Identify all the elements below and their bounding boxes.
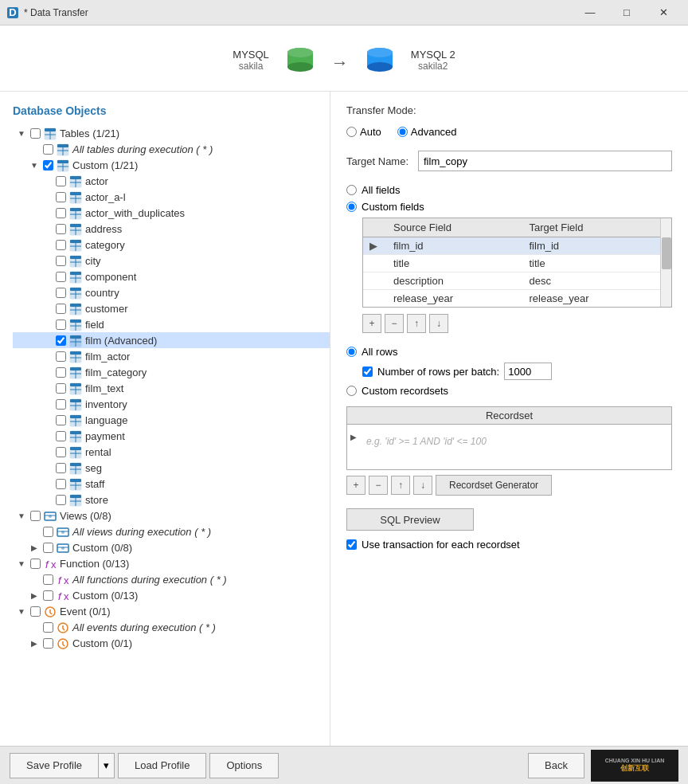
move-up-recordset-button[interactable]: ↑ [391, 476, 410, 495]
all-fields-radio[interactable] [346, 185, 357, 195]
tree-checkbox[interactable] [43, 543, 53, 553]
rows-per-batch-input[interactable] [504, 363, 552, 380]
tree-toggle[interactable] [29, 574, 40, 585]
move-down-recordset-button[interactable]: ↓ [413, 476, 432, 495]
tree-checkbox[interactable] [43, 638, 53, 649]
tree-item[interactable]: film_actor [13, 348, 330, 364]
add-field-button[interactable]: + [362, 314, 381, 333]
tree-checkbox[interactable] [56, 272, 66, 282]
tree-toggle[interactable] [41, 398, 53, 410]
tree-toggle[interactable] [41, 319, 53, 330]
load-profile-button[interactable]: Load Profile [118, 753, 206, 778]
tree-item[interactable]: country [13, 284, 330, 300]
tree-toggle[interactable] [41, 478, 53, 489]
tree-checkbox[interactable] [56, 351, 66, 362]
tree-item[interactable]: film_category [13, 364, 330, 380]
tree-toggle[interactable] [41, 430, 53, 441]
tree-item[interactable]: seg [13, 460, 330, 476]
tree-item[interactable]: rental [13, 444, 330, 460]
tree-toggle[interactable] [41, 494, 53, 505]
save-profile-button[interactable]: Save Profile [10, 753, 99, 778]
tree-checkbox[interactable] [56, 319, 66, 330]
tree-item[interactable]: actor [13, 173, 330, 189]
tree-item[interactable]: field [13, 316, 330, 332]
tree-item[interactable]: All views during execution ( * ) [13, 523, 330, 539]
remove-field-button[interactable]: − [385, 314, 404, 333]
table-row[interactable]: release_yearrelease_year [363, 290, 671, 308]
tree-item[interactable]: All events during execution ( * ) [13, 619, 330, 635]
tree-item[interactable]: staff [13, 476, 330, 492]
tree-checkbox[interactable] [56, 431, 66, 441]
all-rows-option[interactable]: All rows [346, 346, 672, 358]
minimize-button[interactable]: — [572, 0, 608, 25]
tree-toggle[interactable] [41, 335, 53, 346]
tree-item[interactable]: ▼ Event (0/1) [13, 603, 330, 619]
tree-checkbox[interactable] [30, 606, 41, 617]
tree-checkbox[interactable] [43, 590, 53, 601]
custom-fields-radio[interactable] [346, 202, 357, 212]
rows-per-batch-checkbox[interactable] [362, 367, 373, 377]
remove-recordset-button[interactable]: − [369, 476, 388, 495]
tree-checkbox[interactable] [56, 288, 66, 298]
custom-fields-option[interactable]: Custom fields [346, 201, 672, 213]
tree-checkbox[interactable] [56, 383, 66, 394]
table-row[interactable]: descriptiondesc [363, 272, 671, 290]
move-up-field-button[interactable]: ↑ [407, 314, 426, 333]
tree-checkbox[interactable] [43, 160, 53, 171]
tree-item[interactable]: payment [13, 428, 330, 444]
tree-checkbox[interactable] [56, 335, 66, 346]
tree-item[interactable]: ▶ f x Custom (0/13) [13, 587, 330, 603]
tree-item[interactable]: ▼ Tables (1/21) [13, 125, 330, 141]
tree-item[interactable]: category [13, 237, 330, 253]
radio-advanced-input[interactable] [397, 127, 408, 137]
all-rows-radio[interactable] [346, 347, 357, 357]
tree-toggle[interactable] [29, 143, 40, 155]
tree-checkbox[interactable] [30, 128, 41, 139]
tree-item[interactable]: store [13, 492, 330, 508]
tree-item[interactable]: All tables during execution ( * ) [13, 141, 330, 157]
tree-checkbox[interactable] [43, 527, 53, 537]
tree-checkbox[interactable] [56, 224, 66, 234]
tree-toggle[interactable] [29, 621, 40, 633]
tree-toggle[interactable] [41, 191, 53, 202]
custom-recordsets-radio[interactable] [346, 386, 357, 396]
tree-toggle[interactable] [41, 223, 53, 234]
tree-toggle[interactable] [41, 175, 53, 186]
add-recordset-button[interactable]: + [346, 476, 366, 495]
tree-checkbox[interactable] [56, 192, 66, 202]
radio-auto-input[interactable] [346, 127, 357, 137]
tree-toggle[interactable]: ▼ [29, 159, 40, 171]
tree-checkbox[interactable] [43, 144, 53, 155]
tree-toggle[interactable] [41, 207, 53, 218]
tree-checkbox[interactable] [30, 559, 41, 569]
tree-toggle[interactable] [41, 239, 53, 250]
tree-toggle[interactable] [41, 287, 53, 298]
tree-item[interactable]: f x All functions during execution ( * ) [13, 571, 330, 587]
tree-toggle[interactable] [41, 462, 53, 473]
radio-auto[interactable]: Auto [346, 126, 381, 138]
tree-checkbox[interactable] [56, 415, 66, 425]
tree-item[interactable]: component [13, 269, 330, 284]
tree-item[interactable]: ▼ f x Function (0/13) [13, 555, 330, 571]
tree-toggle[interactable] [29, 526, 40, 537]
tree-checkbox[interactable] [56, 479, 66, 489]
tree-toggle[interactable]: ▼ [16, 510, 27, 521]
tree-item[interactable]: film_text [13, 380, 330, 396]
tree-checkbox[interactable] [56, 399, 66, 410]
tree-toggle[interactable] [41, 303, 53, 314]
tree-item[interactable]: address [13, 221, 330, 237]
sql-preview-button[interactable]: SQL Preview [346, 508, 474, 531]
tree-checkbox[interactable] [56, 447, 66, 457]
all-fields-option[interactable]: All fields [346, 184, 672, 196]
tree-toggle[interactable] [41, 351, 53, 362]
tree-checkbox[interactable] [56, 240, 66, 250]
transaction-checkbox[interactable] [346, 539, 357, 550]
tree-toggle[interactable]: ▼ [16, 606, 27, 617]
tree-toggle[interactable]: ▼ [16, 127, 27, 139]
back-button[interactable]: Back [528, 753, 584, 778]
tree-toggle[interactable] [41, 382, 53, 394]
recordset-generator-button[interactable]: Recordset Generator [436, 475, 552, 496]
move-down-field-button[interactable]: ↓ [429, 314, 448, 333]
tree-checkbox[interactable] [56, 256, 66, 266]
table-row[interactable]: titletitle [363, 255, 671, 272]
